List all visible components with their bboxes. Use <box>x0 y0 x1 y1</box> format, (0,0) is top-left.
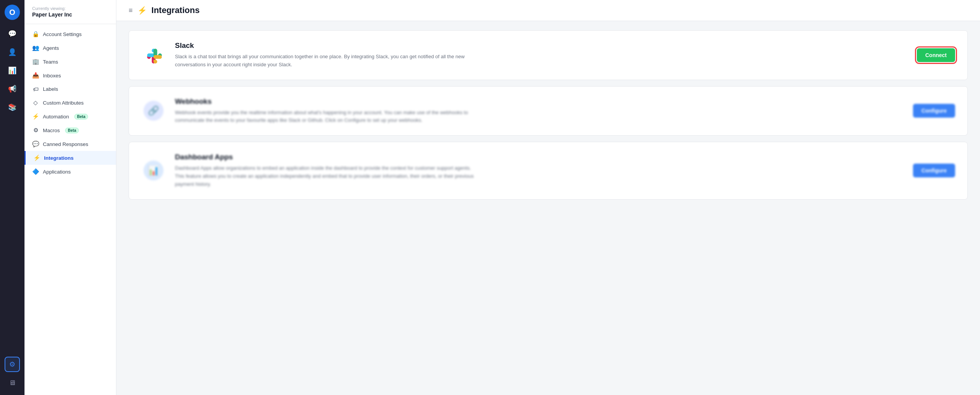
icon-bar: O 💬 👤 📊 📢 📚 ⚙ 🖥 <box>0 0 24 395</box>
page-lightning-icon: ⚡ <box>137 6 147 15</box>
currently-viewing-label: Currently viewing: <box>32 6 108 11</box>
sidebar-item-label: Custom Attributes <box>43 100 84 106</box>
canned-responses-icon: 💬 <box>32 141 39 148</box>
reports-nav-icon[interactable]: 📊 <box>5 63 20 78</box>
webhooks-integration-card: 🔗 Webhooks Webhook events provide you th… <box>129 86 968 136</box>
macros-icon: ⚙ <box>32 127 39 134</box>
account-name: Paper Layer Inc <box>32 11 108 18</box>
sidebar-item-label: Inboxes <box>43 73 61 79</box>
sidebar-header: Currently viewing: Paper Layer Inc <box>24 0 116 24</box>
sidebar-item-label: Integrations <box>44 155 74 161</box>
sidebar-item-label: Applications <box>43 169 71 175</box>
webhooks-icon: 🔗 <box>144 101 163 121</box>
sidebar-item-teams[interactable]: 🏢 Teams <box>24 55 116 69</box>
macros-badge: Beta <box>65 128 79 133</box>
sidebar-item-inboxes[interactable]: 📥 Inboxes <box>24 69 116 82</box>
menu-icon[interactable]: ≡ <box>129 7 133 15</box>
sidebar-item-label: Macros <box>43 128 60 133</box>
slack-integration-card: Slack Slack is a chat tool that brings a… <box>129 30 968 80</box>
webhooks-action: Configure <box>913 104 955 118</box>
sidebar-item-agents[interactable]: 👥 Agents <box>24 41 116 55</box>
dashboard-apps-description: Dashboard Apps allow organizations to em… <box>175 164 481 188</box>
library-nav-icon[interactable]: 📚 <box>5 100 20 115</box>
sidebar-item-label: Labels <box>43 86 58 92</box>
sidebar-item-custom-attributes[interactable]: ◇ Custom Attributes <box>24 96 116 110</box>
sidebar-item-label: Automation <box>43 114 69 120</box>
sidebar-item-canned-responses[interactable]: 💬 Canned Responses <box>24 137 116 151</box>
sidebar: Currently viewing: Paper Layer Inc 🔒 Acc… <box>24 0 116 395</box>
sidebar-item-label: Account Settings <box>43 31 82 37</box>
main-header: ≡ ⚡ Integrations <box>116 0 980 21</box>
sidebar-item-label: Canned Responses <box>43 141 88 147</box>
teams-icon: 🏢 <box>32 58 39 65</box>
main-area: ≡ ⚡ Integrations Slack Slack is <box>116 0 980 395</box>
webhooks-name: Webhooks <box>175 97 904 106</box>
slack-logo <box>141 43 166 67</box>
dashboard-apps-name: Dashboard Apps <box>175 153 904 161</box>
inboxes-icon: 📥 <box>32 72 39 79</box>
dashboard-apps-logo: 📊 <box>141 158 166 183</box>
sidebar-item-macros[interactable]: ⚙ Macros Beta <box>24 123 116 137</box>
slack-description: Slack is a chat tool that brings all you… <box>175 53 481 69</box>
automation-badge: Beta <box>74 114 88 120</box>
contacts-nav-icon[interactable]: 👤 <box>5 44 20 60</box>
sidebar-navigation: 🔒 Account Settings 👥 Agents 🏢 Teams 📥 In… <box>24 24 116 182</box>
help-nav-icon[interactable]: 🖥 <box>5 375 20 390</box>
agents-icon: 👥 <box>32 44 39 51</box>
dashboard-apps-configure-button[interactable]: Configure <box>913 164 955 177</box>
account-settings-icon: 🔒 <box>32 31 39 38</box>
dashboard-apps-icon: 📊 <box>144 161 163 180</box>
settings-nav-icon[interactable]: ⚙ <box>5 357 20 372</box>
slack-name: Slack <box>175 41 908 50</box>
automation-icon: ⚡ <box>32 113 39 120</box>
webhooks-info: Webhooks Webhook events provide you the … <box>175 97 904 125</box>
conversations-nav-icon[interactable]: 💬 <box>5 26 20 41</box>
sidebar-item-account-settings[interactable]: 🔒 Account Settings <box>24 27 116 41</box>
dashboard-apps-integration-card: 📊 Dashboard Apps Dashboard Apps allow or… <box>129 142 968 199</box>
page-title: Integrations <box>152 5 200 15</box>
labels-icon: 🏷 <box>32 86 39 92</box>
sidebar-item-labels[interactable]: 🏷 Labels <box>24 82 116 96</box>
sidebar-item-automation[interactable]: ⚡ Automation Beta <box>24 110 116 123</box>
slack-info: Slack Slack is a chat tool that brings a… <box>175 41 908 69</box>
integrations-icon: ⚡ <box>33 154 40 161</box>
applications-icon: 🔷 <box>32 168 39 175</box>
sidebar-item-integrations[interactable]: ⚡ Integrations <box>24 151 116 165</box>
sidebar-item-applications[interactable]: 🔷 Applications <box>24 165 116 179</box>
webhooks-description: Webhook events provide you the realtime … <box>175 109 481 125</box>
campaigns-nav-icon[interactable]: 📢 <box>5 81 20 97</box>
dashboard-apps-info: Dashboard Apps Dashboard Apps allow orga… <box>175 153 904 188</box>
app-logo[interactable]: O <box>5 5 20 20</box>
sidebar-item-label: Teams <box>43 59 58 65</box>
main-content: Slack Slack is a chat tool that brings a… <box>116 21 980 395</box>
webhooks-logo: 🔗 <box>141 98 166 123</box>
custom-attributes-icon: ◇ <box>32 99 39 106</box>
dashboard-apps-action: Configure <box>913 164 955 177</box>
slack-connect-button[interactable]: Connect <box>917 48 955 62</box>
slack-action: Connect <box>917 48 955 62</box>
sidebar-item-label: Agents <box>43 45 59 51</box>
webhooks-configure-button[interactable]: Configure <box>913 104 955 118</box>
